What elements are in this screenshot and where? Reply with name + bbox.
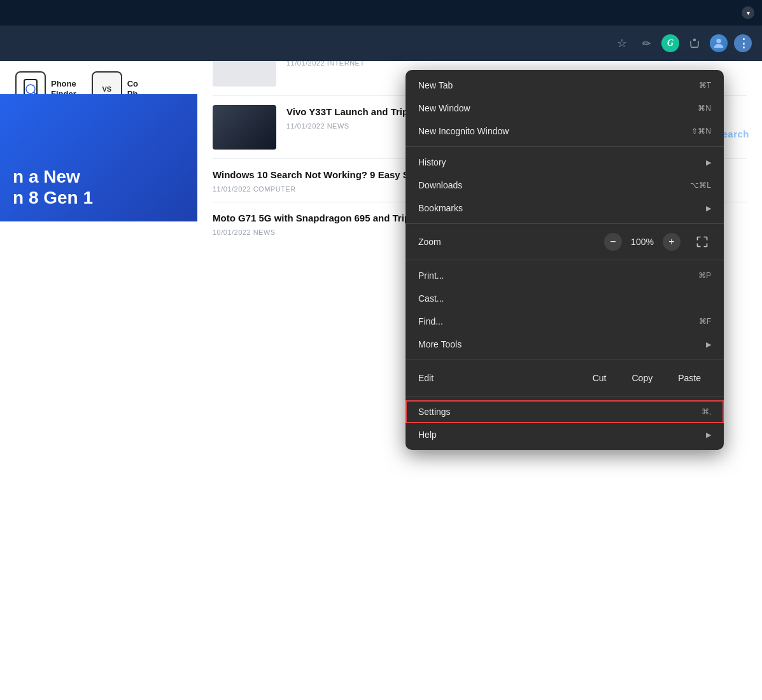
left-blue-hero: n a New n 8 Gen 1 [0, 94, 197, 221]
submenu-arrow-icon: ▶ [706, 340, 711, 349]
zoom-increase-button[interactable]: + [663, 233, 681, 251]
edit-actions: Cut Copy Paste [582, 370, 711, 386]
profile-avatar-icon[interactable] [710, 34, 728, 52]
browser-top-bar: ▾ [0, 0, 762, 25]
submenu-arrow-icon: ▶ [706, 158, 711, 167]
menu-item-print[interactable]: Print... ⌘P [406, 264, 724, 287]
menu-item-cast[interactable]: Cast... [406, 287, 724, 310]
chrome-context-menu: New Tab ⌘T New Window ⌘N New Incognito W… [406, 70, 724, 450]
pencil-icon[interactable]: ✏ [637, 34, 655, 52]
browser-address-bar: ☆ ✏ G ⋮ [0, 25, 762, 61]
menu-separator [406, 146, 724, 147]
svg-point-0 [716, 39, 721, 43]
zoom-row: Zoom − 100% + [406, 228, 724, 256]
menu-separator [406, 360, 724, 360]
paste-button[interactable]: Paste [668, 370, 711, 386]
submenu-arrow-icon: ▶ [706, 204, 711, 213]
menu-item-new-tab[interactable]: New Tab ⌘T [406, 74, 724, 97]
menu-item-help[interactable]: Help ▶ [406, 423, 724, 446]
copy-button[interactable]: Copy [622, 370, 663, 386]
menu-separator [406, 260, 724, 260]
menu-item-find[interactable]: Find... ⌘F [406, 310, 724, 333]
fullscreen-toggle-button[interactable] [693, 233, 711, 251]
menu-item-new-incognito[interactable]: New Incognito Window ⇧⌘N [406, 120, 724, 143]
menu-item-bookmarks[interactable]: Bookmarks ▶ [406, 197, 724, 220]
article-thumb-1 [213, 61, 276, 87]
zoom-decrease-button[interactable]: − [604, 233, 622, 251]
zoom-controls: − 100% + [604, 233, 711, 251]
grammarly-icon[interactable]: G [661, 34, 679, 52]
menu-separator [406, 396, 724, 396]
menu-separator [406, 223, 724, 224]
menu-item-new-window[interactable]: New Window ⌘N [406, 97, 724, 120]
cut-button[interactable]: Cut [582, 370, 617, 386]
menu-item-downloads[interactable]: Downloads ⌥⌘L [406, 174, 724, 197]
bookmark-star-icon[interactable]: ☆ [613, 34, 631, 52]
extensions-puzzle-icon[interactable] [686, 34, 703, 52]
menu-item-history[interactable]: History ▶ [406, 151, 724, 174]
menu-item-settings[interactable]: Settings ⌘, [406, 400, 724, 423]
chrome-menu-button[interactable]: ⋮ [734, 34, 752, 52]
article-content-1: 9 Best PS5 Headsets for the Best Experie… [286, 61, 747, 67]
submenu-arrow-icon: ▶ [706, 431, 711, 439]
menu-item-more-tools[interactable]: More Tools ▶ [406, 333, 724, 356]
hero-text: n a New n 8 Gen 1 [13, 166, 93, 209]
article-thumb-2 [213, 105, 276, 150]
edit-row: Edit Cut Copy Paste [406, 364, 724, 392]
browser-down-arrow-icon[interactable]: ▾ [742, 6, 754, 19]
